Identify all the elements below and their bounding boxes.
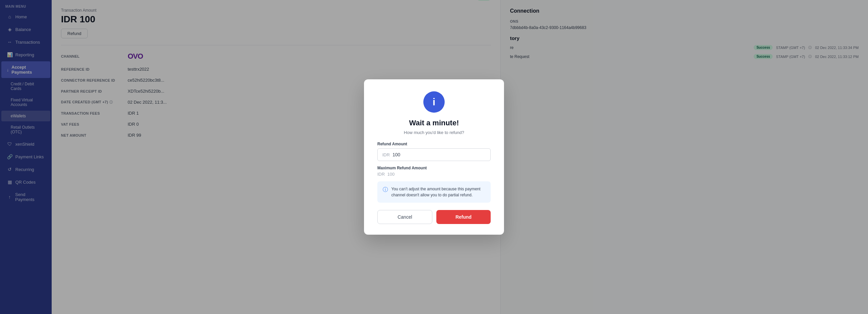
modal-info-box: ⓘ You can't adjust the amount because th… [377,181,491,203]
max-amount: 100 [388,172,395,177]
modal-cancel-button[interactable]: Cancel [377,210,432,224]
modal-icon-text: i [433,96,435,108]
modal-subtitle: How much you'd like to refund? [377,130,491,135]
max-refund-label: Maximum Refund Amount [377,166,491,170]
modal-title: Wait a minute! [377,119,491,127]
refund-modal: i Wait a minute! How much you'd like to … [364,79,504,235]
modal-currency: IDR [382,152,390,157]
max-currency: IDR [377,172,385,177]
modal-info-text: You can't adjust the amount because this… [391,186,485,198]
modal-actions: Cancel Refund [377,210,491,224]
refund-amount-input-wrap[interactable]: IDR [377,148,491,161]
info-circle-icon: ⓘ [383,186,388,193]
refund-amount-label: Refund Amount [377,142,491,146]
modal-overlay[interactable]: i Wait a minute! How much you'd like to … [0,0,868,314]
modal-icon-wrap: i [377,91,491,113]
max-refund-value: IDR 100 [377,172,491,177]
modal-info-icon-circle: i [423,91,445,113]
refund-amount-input[interactable] [392,152,486,157]
modal-refund-button[interactable]: Refund [436,210,491,224]
